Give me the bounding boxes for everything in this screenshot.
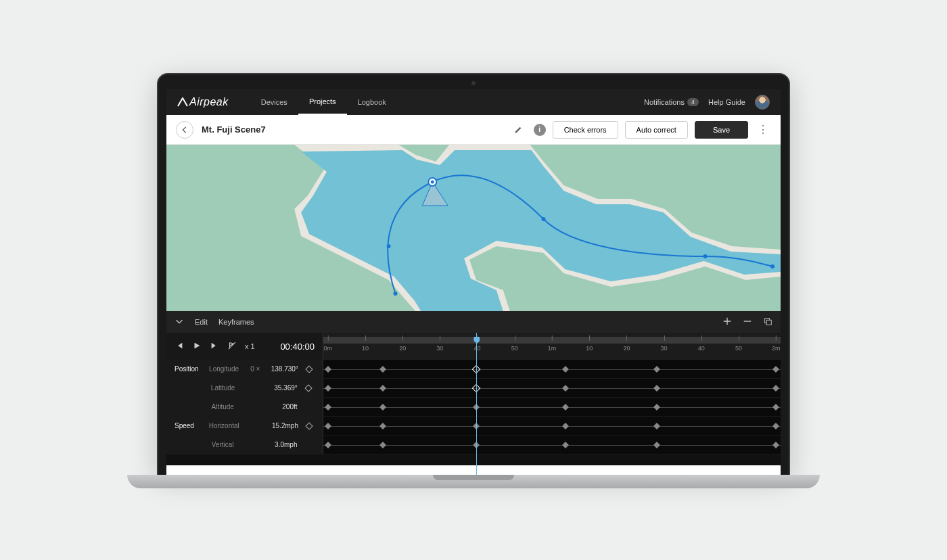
keyframe[interactable] [562, 366, 569, 373]
keyframe[interactable] [379, 423, 386, 429]
keyframe[interactable] [325, 423, 331, 429]
add-icon[interactable] [722, 317, 732, 327]
row-param-label: Longitude [209, 365, 239, 373]
keyframe[interactable] [325, 385, 331, 392]
keyframe-track[interactable] [323, 379, 781, 397]
nav-projects[interactable]: Projects [298, 89, 347, 115]
auto-correct-button[interactable]: Auto correct [625, 121, 688, 139]
check-errors-button[interactable]: Check errors [553, 121, 618, 139]
row-value: 3.0mph [262, 441, 298, 448]
timeline-ruler[interactable]: 0m10203040501m10203040502m [323, 333, 781, 360]
ruler-tick: 50 [511, 345, 518, 352]
keyframe[interactable] [379, 442, 386, 448]
help-guide-link[interactable]: Help Guide [708, 98, 745, 106]
keyframe-toggle[interactable] [303, 386, 315, 391]
playback-speed[interactable]: x 1 [245, 342, 255, 350]
timeline-header: Edit Keyframes [166, 311, 781, 333]
laptop-camera [471, 81, 476, 85]
timeline-tab-keyframes[interactable]: Keyframes [218, 318, 254, 326]
svg-point-3 [703, 254, 708, 258]
top-navbar: Airpeak DevicesProjectsLogbook Notificat… [166, 89, 781, 115]
keyframe[interactable] [325, 366, 331, 373]
nav-devices[interactable]: Devices [250, 89, 298, 115]
keyframe-track[interactable] [323, 417, 781, 435]
keyframe[interactable] [772, 423, 779, 429]
row-param-label: Altitude [212, 403, 234, 411]
title-bar: Mt. Fuji Scene7 i Check errors Auto corr… [166, 115, 781, 145]
ruler-tick: 40 [474, 345, 481, 352]
row-group-label: Speed [175, 422, 204, 429]
notifications-link[interactable]: Notifications 4 [644, 98, 699, 106]
svg-point-1 [387, 244, 391, 248]
layers-icon[interactable] [763, 317, 772, 327]
chevron-down-icon[interactable] [175, 317, 184, 327]
keyframe-track[interactable] [323, 436, 781, 454]
keyframe[interactable] [562, 442, 569, 448]
skip-back-icon[interactable] [175, 341, 184, 352]
brand-logo: Airpeak [177, 96, 229, 108]
keyframe[interactable] [772, 366, 779, 373]
laptop-base [127, 475, 820, 488]
keyframe[interactable] [654, 404, 661, 411]
svg-point-0 [394, 291, 398, 296]
keyframe[interactable] [562, 404, 569, 411]
row-param-label: Latitude [211, 384, 235, 392]
keyframe[interactable] [562, 385, 569, 392]
laptop-mockup: Airpeak DevicesProjectsLogbook Notificat… [157, 73, 790, 488]
keyframe[interactable] [379, 404, 386, 411]
ruler-tick: 30 [661, 345, 668, 352]
keyframe-track[interactable] [323, 398, 781, 416]
flag-off-icon[interactable] [227, 341, 237, 352]
skip-forward-icon[interactable] [210, 341, 219, 352]
keyframe[interactable] [654, 366, 661, 373]
keyframe[interactable] [772, 442, 779, 448]
ruler-tick: 50 [735, 345, 742, 352]
keyframe[interactable] [379, 366, 386, 373]
row-value: 138.730° [265, 365, 298, 373]
keyframe[interactable] [325, 442, 331, 448]
ruler-tick: 10 [586, 345, 593, 352]
row-param-label: Vertical [212, 441, 234, 448]
avatar[interactable] [755, 95, 770, 110]
keyframe[interactable] [654, 423, 661, 429]
keyframe[interactable] [379, 385, 386, 392]
ruler-tick: 10 [362, 345, 369, 352]
keyframe-toggle[interactable] [304, 423, 315, 429]
edit-icon[interactable] [509, 121, 527, 139]
timeline-row: PositionLongitude0 ×138.730° [166, 360, 781, 379]
keyframe[interactable] [562, 423, 569, 429]
save-button[interactable]: Save [695, 121, 748, 139]
timeline-tab-edit[interactable]: Edit [195, 318, 208, 326]
svg-point-4 [770, 264, 775, 269]
keyframe[interactable] [325, 404, 331, 411]
keyframe[interactable] [772, 385, 779, 392]
playhead[interactable] [476, 333, 477, 475]
timeline-body: PositionLongitude0 ×138.730°Latitude35.3… [166, 360, 781, 454]
timeline-row: Altitude200ft [166, 398, 781, 417]
row-value: 15.2mph [266, 422, 298, 429]
info-icon[interactable]: i [534, 124, 546, 136]
ruler-tick: 2m [772, 345, 781, 352]
back-button[interactable] [176, 121, 193, 139]
remove-icon[interactable] [743, 317, 752, 327]
keyframe-track[interactable] [323, 360, 781, 378]
keyframe[interactable] [772, 404, 779, 411]
play-icon[interactable] [192, 341, 202, 352]
ruler-tick: 20 [623, 345, 630, 352]
timecode: 00:40:00 [280, 342, 315, 352]
ruler-tick: 40 [698, 345, 705, 352]
overflow-menu-icon[interactable]: ⋮ [755, 123, 771, 136]
keyframe[interactable] [654, 442, 661, 448]
row-value: 200ft [262, 403, 297, 411]
timeline-transport: x 1 00:40:00 0m10203040501m10203040502m [166, 333, 781, 360]
keyframe[interactable] [654, 385, 661, 392]
map-view[interactable] [166, 145, 781, 311]
row-extra: 0 × [244, 365, 260, 373]
timeline-row: Vertical3.0mph [166, 436, 781, 454]
svg-point-6 [431, 181, 434, 184]
nav-logbook[interactable]: Logbook [347, 89, 397, 115]
keyframe-toggle[interactable] [304, 367, 315, 372]
ruler-tick: 30 [436, 345, 443, 352]
timeline-row: SpeedHorizontal15.2mph [166, 417, 781, 436]
notifications-badge: 4 [687, 98, 699, 106]
